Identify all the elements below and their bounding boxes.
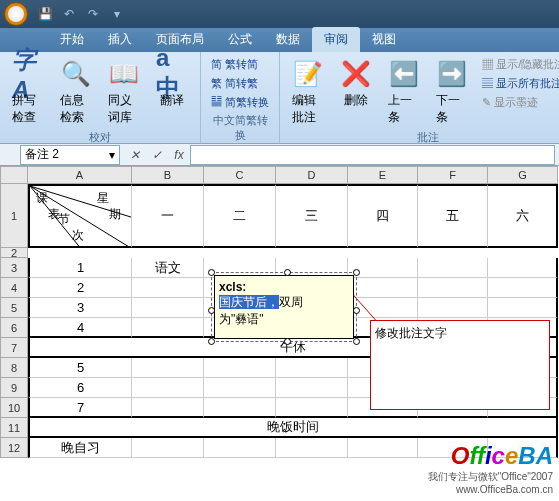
cell-b5[interactable] [132,298,204,318]
prev-comment-button[interactable]: ⬅️ 上一条 [384,56,424,128]
cell-a1[interactable]: 课 表 星 期 节 次 [28,184,132,248]
row-header-4[interactable]: 4 [0,278,28,298]
col-header-d[interactable]: D [276,166,348,184]
translate-label: 翻译 [160,92,184,109]
showhide-comment-button[interactable]: ▦ 显示/隐藏批注 [480,56,559,73]
save-icon[interactable]: 💾 [36,5,54,23]
comment-author: xcls: [219,280,246,294]
cell-f5[interactable] [418,298,488,318]
fx-icon[interactable]: fx [168,148,190,162]
cell-a3[interactable]: 1 [28,258,132,278]
namebox-dropdown-icon[interactable]: ▾ [109,148,115,162]
redo-icon[interactable]: ↷ [84,5,102,23]
row-header-5[interactable]: 5 [0,298,28,318]
cell-b1[interactable]: 一 [132,184,204,248]
cell-a9[interactable]: 6 [28,378,132,398]
cell-g3[interactable] [488,258,558,278]
tab-formulas[interactable]: 公式 [216,27,264,52]
comment-text-selected[interactable]: 国庆节后， [219,295,279,309]
cell-e1[interactable]: 四 [348,184,418,248]
tab-home[interactable]: 开始 [48,27,96,52]
simplified-icon: 简 [211,58,225,70]
cell-c1[interactable]: 二 [204,184,276,248]
name-box[interactable]: 备注 2 ▾ [20,145,120,165]
spelling-icon: 字A [12,58,44,90]
col-header-g[interactable]: G [488,166,558,184]
row-header-1[interactable]: 1 [0,184,28,248]
thesaurus-button[interactable]: 📖 同义词库 [104,56,144,128]
research-label: 信息检索 [60,92,92,126]
cell-merged-11[interactable]: 晚饭时间 [28,418,558,438]
next-comment-label: 下一条 [436,92,468,126]
research-button[interactable]: 🔍 信息检索 [56,56,96,128]
cell-g4[interactable] [488,278,558,298]
cell-a8[interactable]: 5 [28,358,132,378]
comment-box[interactable]: xcls: 国庆节后，双周 为"彝语" [214,275,354,339]
cell-a5[interactable]: 3 [28,298,132,318]
showall-icon: ▤ [482,77,496,89]
thesaurus-label: 同义词库 [108,92,140,126]
comment-text-2[interactable]: 双周 [279,295,303,309]
row-header-2[interactable]: 2 [0,248,28,258]
group-comments-label: 批注 [288,128,559,145]
comment-text-3[interactable]: 为"彝语" [219,312,264,326]
delete-comment-button[interactable]: ❌ 删除 [336,56,376,111]
cell-f4[interactable] [418,278,488,298]
edit-comment-button[interactable]: 📝 编辑批注 [288,56,328,128]
row-header-12[interactable]: 12 [0,438,28,458]
showink-button[interactable]: ✎ 显示墨迹 [480,94,559,111]
qat-customize-icon[interactable]: ▾ [108,5,126,23]
cell-a4[interactable]: 2 [28,278,132,298]
row-header-8[interactable]: 8 [0,358,28,378]
translate-button[interactable]: a中 翻译 [152,56,192,111]
tab-view[interactable]: 视图 [360,27,408,52]
name-box-value: 备注 2 [25,146,59,163]
select-all-corner[interactable] [0,166,28,184]
to-traditional-button[interactable]: 繁 简转繁 [209,75,271,92]
watermark-sub2: www.OfficeBa.com.cn [428,484,553,495]
convert-button[interactable]: ䷊ 简繁转换 [209,94,271,111]
to-simplified-button[interactable]: 简 繁转简 [209,56,271,73]
tab-data[interactable]: 数据 [264,27,312,52]
row-header-10[interactable]: 10 [0,398,28,418]
col-header-f[interactable]: F [418,166,488,184]
convert-icon: ䷊ [211,96,225,108]
cell-a10[interactable]: 7 [28,398,132,418]
cell-a6[interactable]: 4 [28,318,132,338]
col-header-b[interactable]: B [132,166,204,184]
col-header-e[interactable]: E [348,166,418,184]
cell-g1[interactable]: 六 [488,184,558,248]
ribbon: 字A 拼写检查 🔍 信息检索 📖 同义词库 a中 翻译 校对 简 繁转简 繁 简… [0,52,559,144]
row-header-11[interactable]: 11 [0,418,28,438]
enter-icon[interactable]: ✓ [146,148,168,162]
window-titlebar: 💾 ↶ ↷ ▾ [0,0,559,28]
next-comment-button[interactable]: ➡️ 下一条 [432,56,472,128]
col-header-a[interactable]: A [28,166,132,184]
cell-f3[interactable] [418,258,488,278]
row-header-7[interactable]: 7 [0,338,28,358]
cell-a12[interactable]: 晚自习 [28,438,132,458]
tab-review[interactable]: 审阅 [312,27,360,52]
spelling-label: 拼写检查 [12,92,44,126]
research-icon: 🔍 [60,58,92,90]
row-header-9[interactable]: 9 [0,378,28,398]
undo-icon[interactable]: ↶ [60,5,78,23]
cell-f1[interactable]: 五 [418,184,488,248]
spelling-button[interactable]: 字A 拼写检查 [8,56,48,128]
formula-bar[interactable] [190,145,555,165]
row-header-6[interactable]: 6 [0,318,28,338]
showall-comments-button[interactable]: ▤ 显示所有批注 [480,75,559,92]
office-button[interactable] [4,2,28,26]
cell-g5[interactable] [488,298,558,318]
row-header-3[interactable]: 3 [0,258,28,278]
cancel-icon[interactable]: ✕ [124,148,146,162]
cell-e3[interactable] [348,258,418,278]
cell-b3[interactable]: 语文 [132,258,204,278]
cell-b6[interactable] [132,318,204,338]
cell-b4[interactable] [132,278,204,298]
cell-d1[interactable]: 三 [276,184,348,248]
annotation-text: 修改批注文字 [371,321,549,346]
col-header-c[interactable]: C [204,166,276,184]
next-comment-icon: ➡️ [436,58,468,90]
tab-insert[interactable]: 插入 [96,27,144,52]
